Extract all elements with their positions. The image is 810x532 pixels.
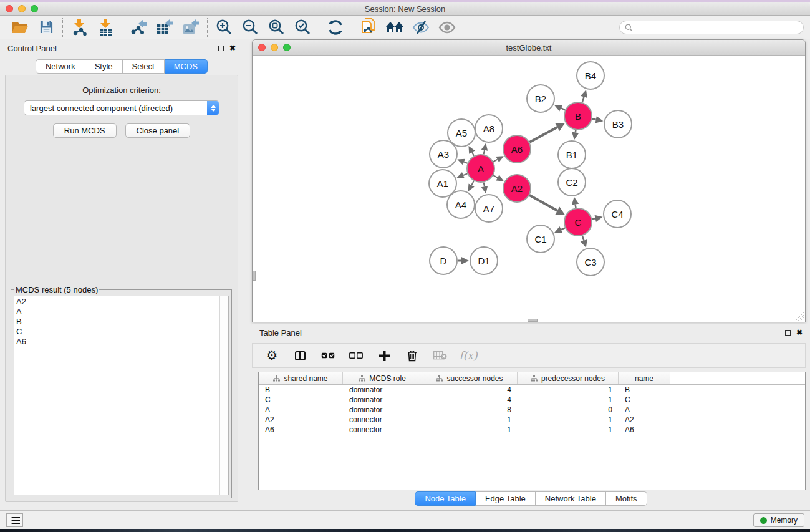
column-header-shared-name[interactable]: shared name bbox=[259, 372, 343, 384]
export-table-button[interactable] bbox=[154, 17, 175, 37]
column-header-name[interactable]: name bbox=[619, 372, 670, 384]
save-session-button[interactable] bbox=[36, 17, 57, 37]
tab-node-table[interactable]: Node Table bbox=[415, 491, 476, 506]
network-canvas[interactable]: B4B2BB3B1A5A8A6A3AA1A2C2A4A7C4CC1C3DD1 bbox=[253, 56, 805, 322]
graph-edge-C-C1[interactable] bbox=[561, 228, 565, 230]
tab-select[interactable]: Select bbox=[123, 59, 165, 74]
table-row[interactable]: Cdominator41C bbox=[259, 395, 805, 405]
network-zoom-button[interactable] bbox=[283, 44, 291, 51]
graph-edge-B-B1[interactable] bbox=[576, 130, 576, 133]
table-row[interactable]: Bdominator41B bbox=[259, 385, 805, 395]
column-header-successor-nodes[interactable]: successor nodes bbox=[422, 372, 518, 384]
graph-node-B1[interactable]: B1 bbox=[558, 141, 586, 168]
zoom-in-button[interactable] bbox=[213, 17, 234, 37]
tab-edge-table[interactable]: Edge Table bbox=[476, 491, 536, 506]
graph-node-A6[interactable]: A6 bbox=[503, 135, 531, 163]
graph-node-C3[interactable]: C3 bbox=[577, 248, 604, 276]
graph-edge-A6-B[interactable] bbox=[529, 127, 557, 142]
graph-edge-C-C3[interactable] bbox=[582, 236, 584, 241]
column-selector-button[interactable] bbox=[292, 346, 308, 365]
graph-node-A3[interactable]: A3 bbox=[430, 140, 457, 168]
select-all-button[interactable] bbox=[320, 346, 336, 365]
export-image-button[interactable] bbox=[180, 17, 201, 37]
import-table-button[interactable] bbox=[95, 17, 116, 37]
graph-edge-A-A5[interactable] bbox=[472, 152, 474, 156]
graph-edge-C-C4[interactable] bbox=[592, 218, 595, 219]
mcds-result-item[interactable]: B bbox=[16, 317, 218, 327]
memory-button[interactable]: Memory bbox=[753, 513, 804, 527]
table-settings-button[interactable]: ⚙ bbox=[264, 346, 280, 365]
graph-edge-A2-C[interactable] bbox=[529, 195, 557, 211]
tab-style[interactable]: Style bbox=[85, 59, 123, 74]
mcds-result-item[interactable]: A2 bbox=[16, 297, 218, 307]
zoom-selected-button[interactable] bbox=[292, 17, 313, 37]
graph-node-A8[interactable]: A8 bbox=[475, 115, 503, 142]
import-network-button[interactable] bbox=[69, 17, 90, 37]
mcds-result-item[interactable]: C bbox=[16, 327, 218, 337]
zoom-out-button[interactable] bbox=[239, 17, 261, 37]
graph-edge-A-A7[interactable] bbox=[484, 183, 485, 187]
search-input[interactable] bbox=[636, 22, 798, 32]
criterion-dropdown[interactable]: largest connected component (directed) bbox=[24, 100, 219, 115]
graph-node-C2[interactable]: C2 bbox=[558, 168, 586, 196]
graph-node-A2[interactable]: A2 bbox=[503, 175, 531, 202]
graph-edge-C-C2[interactable] bbox=[576, 205, 576, 208]
graph-edge-A-A3[interactable] bbox=[464, 162, 467, 163]
graph-edge-A-A2[interactable] bbox=[493, 175, 498, 178]
column-header-predecessor-nodes[interactable]: predecessor nodes bbox=[518, 372, 619, 384]
graph-node-A4[interactable]: A4 bbox=[447, 191, 475, 218]
graph-node-B3[interactable]: B3 bbox=[604, 110, 632, 138]
close-panel-button[interactable]: Close panel bbox=[125, 123, 191, 138]
deselect-all-button[interactable] bbox=[348, 346, 364, 365]
graph-edge-B-B4[interactable] bbox=[582, 97, 584, 102]
network-horizontal-scrollbar[interactable] bbox=[528, 319, 538, 322]
graph-node-B4[interactable]: B4 bbox=[577, 62, 604, 89]
minimize-window-button[interactable] bbox=[18, 5, 26, 12]
table-row[interactable]: A6connector11A6 bbox=[259, 425, 805, 435]
graph-edge-A-A1[interactable] bbox=[463, 173, 468, 175]
table-row[interactable]: Adominator80A bbox=[259, 405, 805, 415]
graph-node-A7[interactable]: A7 bbox=[475, 195, 503, 222]
zoom-fit-button[interactable] bbox=[266, 17, 287, 37]
documents-share-button[interactable] bbox=[358, 17, 379, 37]
graph-edge-A-A8[interactable] bbox=[484, 150, 485, 155]
network-resize-grip[interactable] bbox=[796, 312, 804, 321]
refresh-view-button[interactable] bbox=[325, 17, 346, 37]
tab-motifs[interactable]: Motifs bbox=[606, 491, 647, 506]
graph-node-B[interactable]: B bbox=[564, 102, 592, 130]
graph-node-C4[interactable]: C4 bbox=[604, 200, 631, 228]
graph-node-A5[interactable]: A5 bbox=[448, 119, 475, 147]
houses-button[interactable] bbox=[384, 17, 405, 37]
network-vertical-scrollbar[interactable] bbox=[253, 271, 256, 281]
search-field[interactable] bbox=[619, 21, 804, 34]
apply-function-button[interactable]: f(x) bbox=[460, 346, 476, 365]
tab-network-table[interactable]: Network Table bbox=[536, 491, 606, 506]
mcds-result-item[interactable]: A6 bbox=[16, 337, 218, 347]
graph-node-A[interactable]: A bbox=[467, 155, 494, 182]
delete-column-button[interactable] bbox=[404, 346, 420, 365]
graph-node-A1[interactable]: A1 bbox=[429, 170, 456, 197]
close-panel-icon[interactable]: ✖ bbox=[229, 44, 236, 52]
graph-node-D1[interactable]: D1 bbox=[470, 247, 498, 274]
export-network-button[interactable] bbox=[128, 17, 149, 37]
graph-edge-A-A6[interactable] bbox=[493, 160, 497, 162]
network-close-button[interactable] bbox=[258, 44, 266, 51]
graph-edge-B-B3[interactable] bbox=[592, 119, 596, 120]
tab-mcds[interactable]: MCDS bbox=[165, 59, 208, 74]
float-table-panel-icon[interactable] bbox=[785, 330, 791, 336]
hide-selected-button[interactable] bbox=[410, 17, 432, 37]
graph-node-B2[interactable]: B2 bbox=[527, 85, 554, 112]
mcds-result-item[interactable]: A bbox=[16, 307, 218, 317]
tab-network[interactable]: Network bbox=[36, 59, 85, 74]
task-history-button[interactable] bbox=[6, 513, 23, 527]
table-row[interactable]: A2connector11A2 bbox=[259, 415, 805, 425]
graph-edge-B-B2[interactable] bbox=[561, 108, 566, 110]
zoom-window-button[interactable] bbox=[31, 5, 38, 12]
close-window-button[interactable] bbox=[6, 5, 13, 12]
run-mcds-button[interactable]: Run MCDS bbox=[53, 123, 117, 138]
column-header-mcds-role[interactable]: MCDS role bbox=[343, 372, 422, 384]
result-list-scrollbar[interactable] bbox=[219, 296, 228, 495]
show-all-button[interactable] bbox=[436, 17, 458, 37]
float-panel-icon[interactable] bbox=[218, 46, 224, 51]
graph-edge-A-A4[interactable] bbox=[471, 181, 474, 185]
